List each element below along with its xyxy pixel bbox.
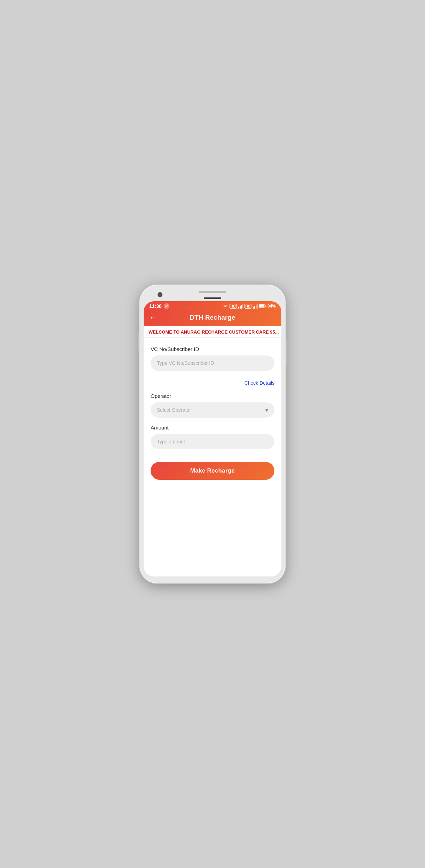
main-content: VC No/Subscriber ID Check Details Operat…: [144, 338, 281, 576]
camera: [158, 292, 162, 297]
vc-field-section: VC No/Subscriber ID: [151, 346, 274, 373]
svg-rect-4: [253, 307, 254, 309]
hd-badge-2: HD: [244, 304, 251, 309]
svg-rect-2: [241, 305, 242, 309]
amount-field-section: Amount: [151, 425, 274, 451]
svg-rect-3: [242, 304, 243, 309]
phone-screen: 11:38 P HD HD: [144, 301, 281, 576]
check-details-link[interactable]: Check Details: [244, 380, 274, 386]
signal-icon-2: [253, 304, 258, 309]
operator-field-section: Operator Select Operator Tata Sky Dish T…: [151, 393, 274, 418]
home-indicator: [204, 297, 221, 299]
vc-label: VC No/Subscriber ID: [151, 346, 274, 352]
check-details-row: Check Details: [151, 380, 274, 386]
svg-rect-5: [254, 306, 255, 309]
phone-top-bar: [144, 291, 281, 293]
svg-rect-10: [265, 305, 266, 307]
operator-select-wrapper: Select Operator Tata Sky Dish TV Airtel …: [151, 402, 274, 418]
amount-input[interactable]: [151, 434, 274, 449]
make-recharge-button[interactable]: Make Recharge: [151, 462, 274, 480]
battery-icon: [259, 304, 266, 309]
marquee-banner: WELCOME TO ANURAG RECHARGE CUSTOMER CARE…: [144, 326, 281, 338]
signal-icon-1: [238, 304, 243, 309]
paytm-icon: P: [164, 303, 169, 309]
status-left: 11:38 P: [149, 303, 169, 309]
svg-rect-1: [240, 306, 241, 309]
back-button[interactable]: ←: [149, 314, 157, 321]
svg-rect-7: [257, 304, 258, 309]
battery-pct: 84%: [267, 304, 276, 309]
svg-rect-0: [238, 307, 239, 309]
status-time: 11:38: [149, 303, 162, 309]
amount-label: Amount: [151, 425, 274, 431]
marquee-text: WELCOME TO ANURAG RECHARGE CUSTOMER CARE…: [149, 329, 279, 335]
operator-label: Operator: [151, 393, 274, 399]
svg-rect-6: [256, 305, 257, 309]
speaker: [199, 291, 226, 293]
app-header: ← DTH Recharge: [144, 310, 281, 326]
phone-device: 11:38 P HD HD: [139, 285, 286, 583]
operator-select[interactable]: Select Operator Tata Sky Dish TV Airtel …: [151, 402, 274, 418]
wifi-icon: [223, 304, 228, 308]
vc-input[interactable]: [151, 355, 274, 371]
status-bar: 11:38 P HD HD: [144, 301, 281, 310]
hd-badge-1: HD: [230, 304, 236, 309]
status-right: HD HD: [223, 304, 276, 309]
page-title: DTH Recharge: [190, 314, 235, 321]
